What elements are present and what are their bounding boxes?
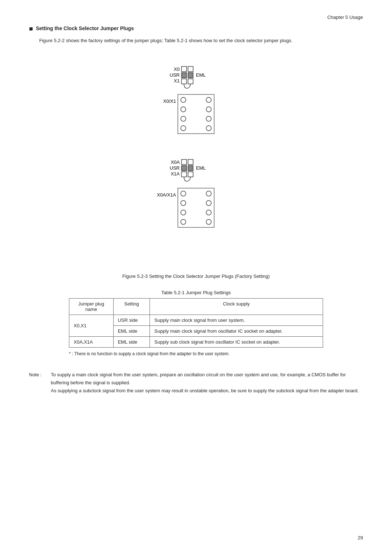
svg-point-38 — [206, 219, 211, 224]
svg-point-35 — [206, 191, 211, 196]
row-name-x0ax1a: X0A,X1A — [69, 336, 114, 347]
svg-rect-26 — [188, 166, 193, 171]
svg-text:EML: EML — [196, 72, 206, 78]
jumper-table: Jumper plugname Setting Clock supply X0,… — [69, 298, 323, 348]
note-line-1: To supply a main clock signal from the u… — [51, 371, 363, 387]
section-title-text: Setting the Clock Selector Jumper Plugs — [36, 25, 134, 31]
svg-text:EML: EML — [196, 165, 206, 171]
row-setting-usr: USR side — [113, 315, 150, 325]
page-number: 29 — [358, 535, 363, 540]
svg-point-17 — [206, 116, 211, 121]
svg-text:X0A: X0A — [171, 159, 180, 165]
chapter-header: Chapter 5 Usage — [327, 15, 363, 20]
figure-caption: Figure 5.2-3 Setting the Clock Selector … — [29, 274, 363, 279]
svg-rect-3 — [181, 66, 187, 72]
bullet-icon: ■ — [29, 25, 33, 32]
svg-text:X1: X1 — [174, 78, 180, 84]
svg-rect-19 — [178, 94, 214, 134]
row-clock-x0a-eml: Supply sub clock signal from oscillator … — [150, 336, 323, 347]
section-title: ■ Setting the Clock Selector Jumper Plug… — [29, 25, 363, 32]
svg-rect-39 — [178, 188, 214, 227]
col-header-clock: Clock supply — [150, 298, 323, 315]
svg-rect-6 — [188, 73, 193, 78]
svg-point-31 — [181, 191, 186, 196]
svg-point-16 — [206, 107, 211, 112]
svg-text:USR: USR — [170, 165, 180, 171]
note-block: Note : To supply a main clock signal fro… — [29, 371, 363, 395]
table-row: X0,X1 USR side Supply main clock signal … — [69, 315, 323, 325]
svg-point-33 — [181, 210, 186, 215]
svg-rect-7 — [181, 79, 187, 84]
row-setting-x0a-eml: EML side — [113, 336, 150, 347]
col-header-name: Jumper plugname — [69, 298, 114, 315]
row-name-x0x1: X0,X1 — [69, 315, 114, 336]
svg-rect-25 — [181, 166, 187, 171]
svg-text:USR: USR — [170, 72, 180, 78]
svg-point-32 — [181, 200, 186, 206]
svg-rect-23 — [181, 159, 187, 165]
col-header-setting: Setting — [113, 298, 150, 315]
table-title: Table 5.2-1 Jumper Plug Settings — [29, 290, 363, 295]
svg-point-18 — [206, 126, 211, 131]
jumper-diagram: X0 USR X1 EML X0/X1 — [120, 56, 272, 270]
svg-rect-5 — [181, 73, 187, 78]
footnote: * : There is no function to supply a clo… — [69, 351, 323, 356]
svg-point-11 — [181, 97, 186, 102]
note-content: To supply a main clock signal from the u… — [51, 371, 363, 395]
page: Chapter 5 Usage ■ Setting the Clock Sele… — [0, 0, 392, 555]
note-label: Note : — [29, 371, 51, 395]
row-clock-eml: Supply main clock signal from oscillator… — [150, 325, 323, 336]
svg-rect-27 — [181, 172, 187, 177]
svg-point-12 — [181, 107, 186, 112]
intro-paragraph: Figure 5.2-2 shows the factory settings … — [39, 37, 363, 45]
svg-rect-24 — [188, 159, 193, 165]
svg-text:X0/X1: X0/X1 — [163, 98, 176, 104]
table-row: X0A,X1A EML side Supply sub clock signal… — [69, 336, 323, 347]
svg-text:X0: X0 — [174, 66, 180, 72]
svg-text:X1A: X1A — [171, 171, 180, 177]
svg-point-14 — [181, 126, 186, 131]
svg-point-13 — [181, 116, 186, 121]
row-setting-eml: EML side — [113, 325, 150, 336]
svg-point-34 — [181, 219, 186, 224]
svg-point-37 — [206, 210, 211, 215]
svg-rect-4 — [188, 66, 193, 72]
row-clock-usr: Supply main clock signal from user syste… — [150, 315, 323, 325]
diagram-area: X0 USR X1 EML X0/X1 — [29, 56, 363, 270]
svg-rect-28 — [188, 172, 193, 177]
svg-point-15 — [206, 97, 211, 102]
note-line-2: As supplying a subclock signal from the … — [51, 387, 363, 395]
svg-rect-8 — [188, 79, 193, 84]
svg-text:X0A/X1A: X0A/X1A — [157, 192, 176, 198]
svg-point-36 — [206, 200, 211, 206]
